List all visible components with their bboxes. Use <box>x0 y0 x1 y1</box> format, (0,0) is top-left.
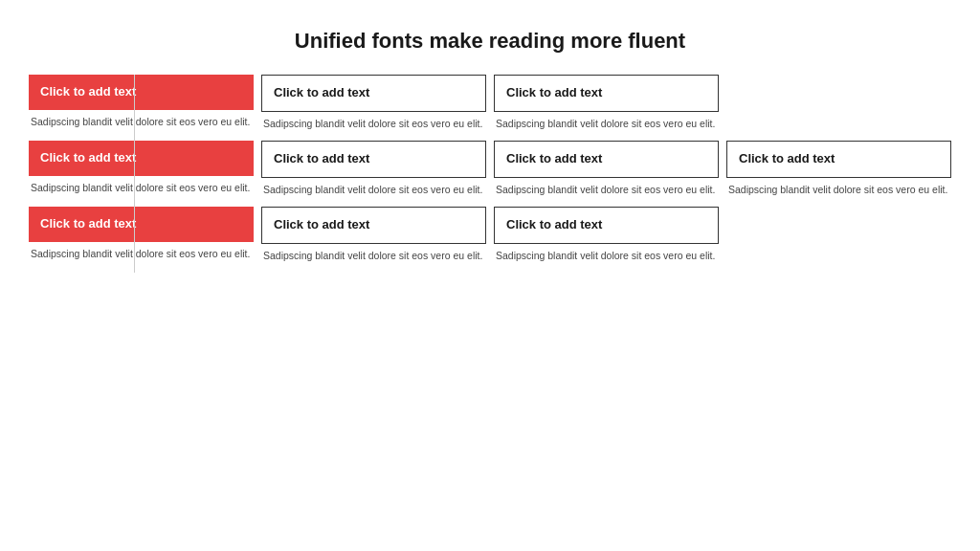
card-header-text-r1c3: Click to add text <box>506 85 602 101</box>
card-header-r2c2[interactable]: Click to add text <box>261 141 486 178</box>
card-header-r3c1[interactable]: Click to add text <box>29 207 254 242</box>
card-body-r2c1: Sadipscing blandit velit dolore sit eos … <box>29 181 254 195</box>
card-header-text-r1c2: Click to add text <box>274 85 369 101</box>
card-header-r3c2[interactable]: Click to add text <box>261 207 486 244</box>
card-r3c3[interactable]: Click to add text Sadipscing blandit vel… <box>494 207 719 263</box>
card-r2c4[interactable]: Click to add text Sadipscing blandit vel… <box>726 141 951 197</box>
card-header-text-r2c3: Click to add text <box>506 151 602 167</box>
grid-section: Click to add text Sadipscing blandit vel… <box>29 75 951 263</box>
card-body-r3c2: Sadipscing blandit velit dolore sit eos … <box>261 249 486 263</box>
card-r2c2[interactable]: Click to add text Sadipscing blandit vel… <box>261 141 486 197</box>
card-header-r1c3[interactable]: Click to add text <box>494 75 719 112</box>
card-body-r3c3: Sadipscing blandit velit dolore sit eos … <box>494 249 719 263</box>
card-header-r1c2[interactable]: Click to add text <box>261 75 486 112</box>
card-r1c1[interactable]: Click to add text Sadipscing blandit vel… <box>29 75 254 129</box>
card-header-text-r1c1: Click to add text <box>40 84 136 100</box>
card-header-r2c1[interactable]: Click to add text <box>29 141 254 176</box>
card-header-text-r2c4: Click to add text <box>739 151 835 167</box>
card-r1c2[interactable]: Click to add text Sadipscing blandit vel… <box>261 75 486 131</box>
card-header-r2c3[interactable]: Click to add text <box>494 141 719 178</box>
card-header-r3c3[interactable]: Click to add text <box>494 207 719 244</box>
card-r3c2[interactable]: Click to add text Sadipscing blandit vel… <box>261 207 486 263</box>
card-body-r3c1: Sadipscing blandit velit dolore sit eos … <box>29 247 254 261</box>
card-header-r1c1[interactable]: Click to add text <box>29 75 254 110</box>
card-header-text-r3c2: Click to add text <box>274 217 369 233</box>
card-body-r1c2: Sadipscing blandit velit dolore sit eos … <box>261 117 486 131</box>
card-header-text-r2c1: Click to add text <box>40 150 136 166</box>
card-r1c3[interactable]: Click to add text Sadipscing blandit vel… <box>494 75 719 131</box>
card-body-r2c2: Sadipscing blandit velit dolore sit eos … <box>261 183 486 197</box>
grid-row-1: Click to add text Sadipscing blandit vel… <box>29 75 951 131</box>
page-title: Unified fonts make reading more fluent <box>295 29 685 54</box>
page-container: Unified fonts make reading more fluent C… <box>0 0 980 551</box>
card-header-r2c4[interactable]: Click to add text <box>726 141 951 178</box>
card-body-r1c3: Sadipscing blandit velit dolore sit eos … <box>494 117 719 131</box>
card-body-r2c3: Sadipscing blandit velit dolore sit eos … <box>494 183 719 197</box>
card-r2c3[interactable]: Click to add text Sadipscing blandit vel… <box>494 141 719 197</box>
card-header-text-r2c2: Click to add text <box>274 151 369 167</box>
card-header-text-r3c3: Click to add text <box>506 217 602 233</box>
card-r2c1[interactable]: Click to add text Sadipscing blandit vel… <box>29 141 254 195</box>
card-r3c1[interactable]: Click to add text Sadipscing blandit vel… <box>29 207 254 261</box>
card-body-r2c4: Sadipscing blandit velit dolore sit eos … <box>726 183 951 197</box>
card-header-text-r3c1: Click to add text <box>40 216 136 232</box>
card-body-r1c1: Sadipscing blandit velit dolore sit eos … <box>29 115 254 129</box>
grid-row-3: Click to add text Sadipscing blandit vel… <box>29 207 951 263</box>
grid-row-2: Click to add text Sadipscing blandit vel… <box>29 141 951 197</box>
